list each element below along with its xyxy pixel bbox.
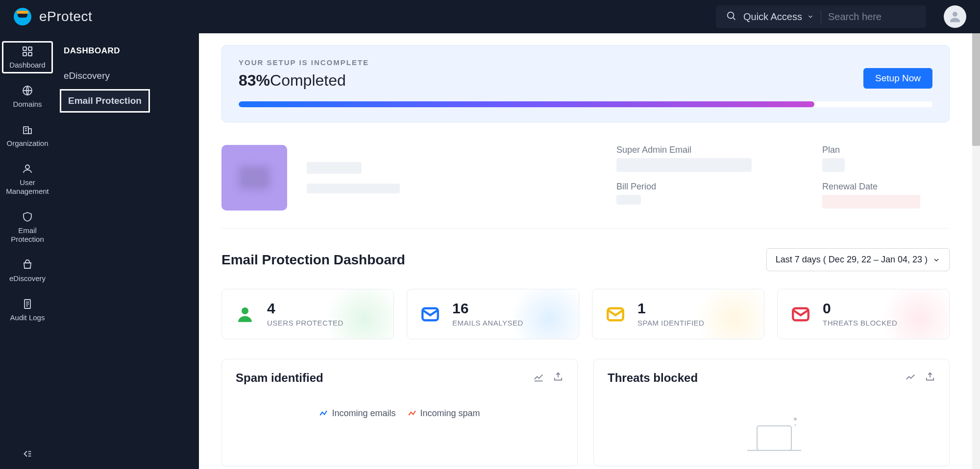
renewal-date-label: Renewal Date (822, 182, 950, 192)
tile-emails-analysed[interactable]: 16 EMAILS ANALYSED (407, 289, 579, 339)
setup-progress-bar (239, 101, 932, 107)
redacted-placeholder (307, 162, 362, 174)
date-range-selector[interactable]: Last 7 days ( Dec 29, 22 – Jan 04, 23 ) (766, 248, 950, 271)
chart-type-icon[interactable] (905, 372, 916, 384)
left-rail: Dashboard Domains Organization User Mana… (0, 33, 55, 469)
redacted-placeholder (822, 158, 845, 172)
subnav-title: DASHBOARD (55, 33, 199, 65)
header: eProtect Quick Access (0, 0, 980, 33)
mail-icon (420, 304, 441, 325)
rail-label: Domains (13, 100, 42, 109)
svg-point-0 (728, 12, 734, 19)
rail-label: Audit Logs (10, 313, 45, 322)
rail-label: Organization (6, 139, 48, 148)
user-avatar[interactable] (944, 5, 966, 28)
svg-rect-5 (23, 52, 26, 56)
export-icon[interactable] (553, 372, 564, 384)
svg-point-20 (242, 307, 248, 314)
archive-icon (22, 258, 33, 271)
user-icon (22, 163, 33, 175)
subnav: DASHBOARD eDiscovery Email Protection (55, 33, 199, 469)
setup-banner: YOUR SETUP IS INCOMPLETE 83%Completed Se… (221, 45, 950, 122)
svg-point-25 (794, 418, 797, 421)
logo-icon (14, 8, 31, 25)
brand-name: eProtect (39, 9, 92, 24)
shield-icon (22, 211, 33, 223)
org-logo-placeholder (221, 145, 287, 211)
bill-period-label: Bill Period (616, 182, 803, 192)
dashboard-icon (22, 45, 33, 58)
search-input[interactable] (828, 11, 916, 23)
person-icon (235, 304, 255, 325)
dashboard-header: Email Protection Dashboard Last 7 days (… (221, 248, 950, 271)
plan-label: Plan (822, 145, 950, 155)
rail-item-user-management[interactable]: User Management (3, 160, 52, 199)
rail-label: Email Protection (11, 226, 44, 244)
rail-item-email-protection[interactable]: Email Protection (3, 208, 52, 247)
setup-now-button[interactable]: Setup Now (863, 68, 932, 89)
subnav-item-ediscovery[interactable]: eDiscovery (55, 65, 199, 87)
org-info-row: Super Admin Email Bill Period Plan Renew… (221, 122, 950, 229)
redacted-placeholder (616, 195, 641, 205)
svg-point-26 (794, 424, 796, 426)
panel-title: Spam identified (236, 371, 524, 385)
export-icon[interactable] (925, 372, 935, 384)
redacted-placeholder (822, 195, 920, 209)
svg-rect-6 (28, 52, 32, 56)
rail-label: Dashboard (9, 61, 45, 70)
chevron-down-icon (932, 256, 940, 264)
main-content: YOUR SETUP IS INCOMPLETE 83%Completed Se… (199, 33, 972, 469)
tile-value: 1 (637, 301, 704, 316)
date-range-label: Last 7 days ( Dec 29, 22 – Jan 04, 23 ) (776, 255, 928, 265)
tile-spam-identified[interactable]: 1 SPAM IDENTIFIED (592, 289, 764, 339)
redacted-placeholder (616, 158, 752, 172)
svg-point-2 (953, 12, 957, 17)
svg-rect-4 (28, 47, 32, 50)
quick-access-dropdown[interactable]: Quick Access (743, 11, 814, 23)
setup-eyebrow: YOUR SETUP IS INCOMPLETE (239, 58, 932, 67)
setup-percent: 83%Completed (239, 71, 932, 90)
chevron-down-icon (807, 13, 814, 20)
rail-item-dashboard[interactable]: Dashboard (3, 42, 52, 72)
tile-users-protected[interactable]: 4 USERS PROTECTED (221, 289, 394, 339)
panel-threats-blocked: Threats blocked (593, 359, 950, 467)
super-admin-label: Super Admin Email (616, 145, 803, 155)
rail-item-audit-logs[interactable]: Audit Logs (3, 295, 52, 325)
svg-rect-9 (28, 129, 31, 134)
svg-rect-3 (23, 47, 26, 50)
mail-threat-icon (790, 304, 811, 325)
quick-access-search-bar: Quick Access (716, 5, 926, 28)
panel-row: Spam identified Incoming emails Incoming… (221, 359, 950, 467)
collapse-rail-button[interactable] (0, 448, 55, 459)
tile-threats-blocked[interactable]: 0 THREATS BLOCKED (777, 289, 950, 339)
subnav-item-email-protection[interactable]: Email Protection (60, 89, 150, 113)
redacted-placeholder (307, 184, 400, 193)
svg-line-1 (733, 18, 735, 20)
rail-item-organization[interactable]: Organization (3, 120, 52, 151)
scrollbar-thumb[interactable] (972, 33, 980, 146)
svg-point-12 (25, 165, 29, 169)
svg-rect-24 (757, 426, 791, 450)
chart-type-icon[interactable] (533, 372, 544, 384)
panel-spam-identified: Spam identified Incoming emails Incoming… (221, 359, 578, 467)
mail-spam-icon (605, 304, 626, 325)
chart-legend: Incoming emails Incoming spam (236, 408, 564, 419)
search-icon (726, 10, 736, 23)
rail-label: eDiscovery (9, 274, 46, 283)
stat-tiles: 4 USERS PROTECTED 16 EMAILS ANALYSED (221, 289, 950, 339)
dashboard-title: Email Protection Dashboard (221, 252, 766, 268)
quick-access-label: Quick Access (743, 11, 802, 23)
globe-icon (22, 84, 33, 97)
rail-label: User Management (6, 178, 49, 196)
panel-title: Threats blocked (608, 371, 896, 385)
building-icon (22, 123, 33, 136)
svg-rect-8 (24, 127, 28, 134)
empty-state-illustration (608, 414, 935, 453)
tile-label: SPAM IDENTIFIED (637, 319, 704, 327)
rail-item-domains[interactable]: Domains (3, 81, 52, 112)
rail-item-ediscovery[interactable]: eDiscovery (3, 256, 52, 286)
logs-icon (22, 298, 33, 310)
